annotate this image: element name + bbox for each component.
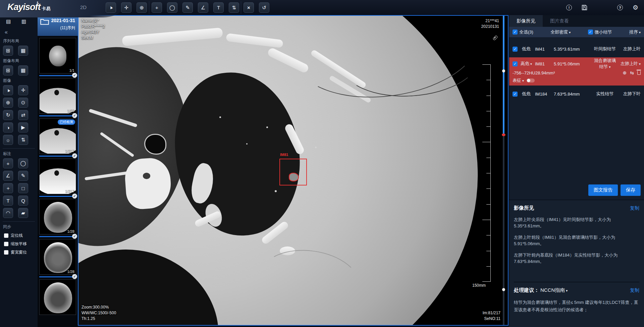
reset-tool-button[interactable]: ↺ xyxy=(259,2,269,13)
image-layout-2x2-button[interactable]: ⊞ xyxy=(3,65,13,75)
zoom-to-nodule-icon[interactable]: ⊕ xyxy=(623,70,627,75)
cine-play-button[interactable]: ▶ xyxy=(18,122,28,132)
save-layout-button[interactable] xyxy=(579,2,590,13)
series-thumbnail[interactable]: 1/28 xyxy=(39,199,76,234)
ellipse-tool-button[interactable]: ◯ xyxy=(167,2,177,13)
checkbox-checked-icon[interactable] xyxy=(513,92,518,97)
pointer-tool-button[interactable]: ► xyxy=(106,2,116,13)
localize-tool-button[interactable]: + xyxy=(152,2,162,13)
sync-option-zoom-pan[interactable]: 缩放平移 xyxy=(0,240,38,248)
checkbox-checked-icon[interactable] xyxy=(513,47,518,52)
series-number: SeNO:11 xyxy=(483,316,500,322)
checkbox-checked-icon[interactable] xyxy=(588,30,593,35)
filter-bar: 全选(3) 全部密度 微小结节 排序 xyxy=(509,27,644,37)
nodule-marker[interactable] xyxy=(502,288,505,291)
checkbox-unchecked-icon[interactable] xyxy=(4,233,8,238)
pan-tool-button[interactable]: ✛ xyxy=(121,2,131,13)
report-button[interactable]: 图文报告 xyxy=(588,184,618,196)
series-thumbnail[interactable] xyxy=(39,279,76,315)
panel-actions: 图文报告 保存 xyxy=(588,184,641,196)
pan-button[interactable]: ✛ xyxy=(18,85,28,95)
nodule-row-im41[interactable]: 低危 IM41 5.35*3.61mm 叶间裂结节 左肺上叶 xyxy=(509,43,644,55)
arc-ruler-button[interactable]: ◠ xyxy=(3,208,13,218)
checkbox-unchecked-icon[interactable] xyxy=(4,242,8,246)
sync-option-localizer[interactable]: 定位线 xyxy=(0,231,38,240)
nodule-row-im184[interactable]: 低危 IM184 7.63*5.84mm 实性结节 左肺下叶 xyxy=(509,88,644,100)
thumbnail-progress-bar: ✓ xyxy=(39,156,76,157)
zoom-in-tool-button[interactable]: ⊕ xyxy=(137,2,147,13)
tab-image-view[interactable]: 图片查看 xyxy=(543,15,576,27)
window-level-button[interactable]: ⇅ xyxy=(18,135,28,145)
angle-annot-button[interactable]: ∠ xyxy=(3,171,13,181)
pencil-tool-button[interactable]: ✎ xyxy=(182,2,193,13)
crosshair-button[interactable]: + xyxy=(3,158,13,168)
checkbox-checked-icon[interactable] xyxy=(513,30,518,35)
zoom-in-button[interactable]: ⊕ xyxy=(3,98,13,108)
guideline-dropdown[interactable]: NCCN指南 xyxy=(540,287,568,293)
series-layout-3x3-button[interactable]: ▦ xyxy=(18,46,28,56)
nodule-location-dropdown[interactable]: 左肺上叶 xyxy=(619,61,641,67)
pointer-button[interactable]: ► xyxy=(3,85,13,95)
feature-dropdown[interactable]: 表征 xyxy=(513,77,524,84)
main-viewport[interactable]: IM81 Name:吴* Patid:R*****2 Age:043Y Sex:… xyxy=(78,15,508,326)
series-list-button[interactable]: ▥ xyxy=(19,16,29,26)
current-nodule-marker[interactable] xyxy=(502,133,505,136)
alert-button[interactable]: ! xyxy=(564,2,574,13)
brightness-button[interactable]: ☼ xyxy=(3,135,13,145)
eraser-button[interactable]: ▰ xyxy=(18,208,28,218)
image-layout-3x3-button[interactable]: ▦ xyxy=(18,65,28,75)
feature-toggle[interactable] xyxy=(527,78,535,83)
checkbox-unchecked-icon[interactable] xyxy=(4,250,8,255)
series-thumbnail[interactable]: 1/55 xyxy=(39,78,76,114)
text-annot-button[interactable]: T xyxy=(3,196,13,206)
study-date-header[interactable]: 2021-01-31 (11)序列 xyxy=(38,15,78,36)
link-icon[interactable] xyxy=(492,35,498,41)
risk-level-dropdown[interactable]: 高危 xyxy=(519,61,534,67)
invert-button[interactable]: ◑ xyxy=(3,122,13,132)
flip-button[interactable]: ⇄ xyxy=(18,110,28,120)
copy-findings-link[interactable]: 复制 xyxy=(630,205,639,211)
nodule-type-dropdown[interactable]: 混合磨玻璃结节 xyxy=(593,58,617,70)
check-circle-icon: ✓ xyxy=(72,194,77,199)
save-button[interactable]: 保存 xyxy=(621,184,641,196)
nodule-marker[interactable] xyxy=(502,69,505,72)
series-thumbnail[interactable]: 1/28 xyxy=(39,239,76,275)
compare-icon[interactable]: ⇆ xyxy=(630,70,634,75)
sort-dropdown[interactable]: 排序 xyxy=(629,29,641,35)
checkbox-checked-icon[interactable] xyxy=(513,61,518,66)
tab-findings[interactable]: 影像所见 xyxy=(509,15,543,27)
rotate-button[interactable]: ↻ xyxy=(3,110,13,120)
series-thumbnail[interactable]: 1/217 xyxy=(39,159,76,194)
angle-tool-button[interactable]: ∠ xyxy=(198,2,208,13)
gear-icon: ⚙ xyxy=(633,4,638,11)
delete-nodule-icon[interactable] xyxy=(637,71,641,75)
nodule-row-im81-selected[interactable]: 高危 IM81 5.91*5.06mm 混合磨玻璃结节 左肺上叶 -756--7… xyxy=(509,57,644,86)
ellipse-annot-button[interactable]: ◯ xyxy=(18,158,28,168)
window-level-tool-button[interactable]: ⇅ xyxy=(229,2,239,13)
settings-button[interactable]: ⚙ xyxy=(630,2,641,13)
delete-tool-button[interactable]: × xyxy=(244,2,254,13)
finding-sentence: 左肺下叶前内基底段（IM184）见实性结节影，大小为7.63*5.84mm。 xyxy=(514,252,639,265)
text-tool-button[interactable]: T xyxy=(213,2,224,13)
magnify-button[interactable]: ⊙ xyxy=(18,98,28,108)
collapse-sidebar-button[interactable]: « xyxy=(0,26,38,36)
rectangle-annot-button[interactable]: □ xyxy=(18,183,28,193)
slice-scrollbar[interactable] xyxy=(503,16,504,325)
series-layout-2x2-button[interactable]: ⊞ xyxy=(3,46,13,56)
select-all-control[interactable]: 全选(3) xyxy=(513,29,533,35)
copy-advice-link[interactable]: 复制 xyxy=(630,287,639,293)
nodule-roi-box[interactable] xyxy=(279,159,307,185)
help-button[interactable]: ? xyxy=(615,2,625,13)
toolbar-group-navigation: ► ✛ ⊕ xyxy=(106,2,147,13)
sync-option-window[interactable]: 窗宽窗位 xyxy=(0,248,38,257)
micro-nodule-control[interactable]: 微小结节 xyxy=(588,29,612,35)
lasso-annot-button[interactable]: Q xyxy=(18,196,28,206)
exam-list-button[interactable]: ▤ xyxy=(3,16,13,26)
nodule-location: 左肺上叶 xyxy=(619,46,641,52)
display-info-overlay: Zoom:300.00% WW/WC:1500/-500 Th:1.25 xyxy=(82,305,116,322)
pencil-annot-button[interactable]: ✎ xyxy=(18,171,28,181)
density-filter-dropdown[interactable]: 全部密度 xyxy=(550,29,571,35)
series-thumbnail[interactable]: 1/1 xyxy=(39,38,76,73)
series-thumbnail-detected[interactable]: 已经检测 1/217 xyxy=(39,118,76,154)
plus-annot-button[interactable]: ＋ xyxy=(3,183,13,193)
